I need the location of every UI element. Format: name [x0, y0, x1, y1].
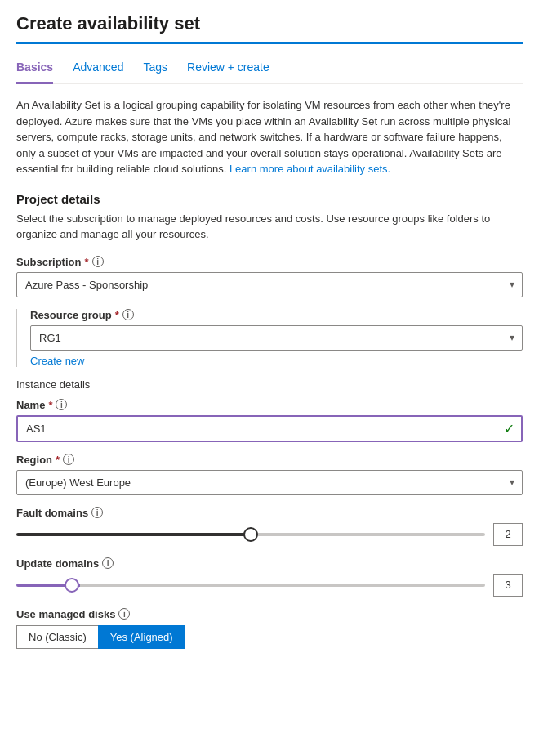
tab-advanced[interactable]: Advanced — [73, 54, 123, 84]
subscription-select-wrapper: Azure Pass - Sponsorship ▾ — [16, 272, 523, 297]
fault-domains-field-group: Fault domains i 2 — [16, 507, 523, 546]
region-label: Region * i — [16, 454, 523, 466]
resource-group-inner: Resource group * i RG1 ▾ Create new — [30, 309, 523, 367]
name-valid-icon: ✓ — [504, 421, 514, 436]
managed-disks-label: Use managed disks i — [16, 608, 523, 620]
resource-group-select[interactable]: RG1 — [30, 325, 523, 351]
region-field-group: Region * i (Europe) West Europe ▾ — [16, 454, 523, 495]
subscription-select[interactable]: Azure Pass - Sponsorship — [16, 272, 523, 297]
region-select[interactable]: (Europe) West Europe — [16, 470, 523, 495]
update-domains-slider-container: 3 — [16, 574, 523, 597]
managed-disks-info-icon[interactable]: i — [118, 608, 130, 620]
managed-disks-field-group: Use managed disks i No (Classic) Yes (Al… — [16, 608, 523, 649]
create-new-link[interactable]: Create new — [30, 355, 84, 367]
resource-group-select-wrapper: RG1 ▾ — [30, 325, 523, 351]
region-select-wrapper: (Europe) West Europe ▾ — [16, 470, 523, 495]
instance-details-label: Instance details — [16, 378, 523, 391]
name-label: Name * i — [16, 399, 523, 411]
resource-group-line-wrapper: Resource group * i RG1 ▾ Create new — [16, 309, 523, 367]
tab-basics[interactable]: Basics — [16, 54, 53, 84]
resource-group-label: Resource group * i — [30, 309, 523, 321]
name-required: * — [48, 399, 52, 411]
subscription-field-group: Subscription * i Azure Pass - Sponsorshi… — [16, 256, 523, 297]
name-field-group: Name * i ✓ — [16, 399, 523, 442]
tab-review-create[interactable]: Review + create — [187, 54, 270, 84]
description-text: An Availability Set is a logical groupin… — [16, 97, 523, 177]
resource-group-info-icon[interactable]: i — [122, 309, 134, 320]
subscription-label: Subscription * i — [16, 256, 523, 268]
update-domains-value: 3 — [493, 574, 523, 597]
fault-domains-slider-container: 2 — [16, 523, 523, 546]
fault-domains-slider[interactable] — [16, 533, 485, 536]
update-domains-field-group: Update domains i 3 — [16, 557, 523, 597]
subscription-required: * — [84, 256, 88, 268]
tab-tags[interactable]: Tags — [143, 54, 167, 84]
managed-disks-buttons: No (Classic) Yes (Aligned) — [16, 625, 523, 649]
update-domains-label: Update domains i — [16, 557, 523, 570]
page-title: Create availability set — [16, 13, 523, 44]
managed-disks-no-classic[interactable]: No (Classic) — [16, 625, 98, 649]
subscription-info-icon[interactable]: i — [92, 256, 104, 267]
learn-more-link[interactable]: Learn more about availability sets. — [229, 163, 390, 175]
fault-domains-value: 2 — [493, 523, 523, 546]
fault-domains-slider-wrapper — [16, 526, 485, 543]
project-details-title: Project details — [16, 192, 523, 206]
resource-group-vertical-line — [16, 309, 17, 367]
name-info-icon[interactable]: i — [56, 399, 67, 410]
region-info-icon[interactable]: i — [63, 454, 74, 465]
name-input[interactable] — [16, 415, 523, 442]
region-required: * — [56, 454, 60, 466]
resource-group-required: * — [115, 309, 119, 321]
update-domains-slider[interactable] — [16, 584, 485, 587]
name-input-wrapper: ✓ — [16, 415, 523, 442]
fault-domains-info-icon[interactable]: i — [91, 507, 103, 518]
update-domains-info-icon[interactable]: i — [102, 557, 114, 569]
managed-disks-yes-aligned[interactable]: Yes (Aligned) — [98, 625, 185, 649]
resource-group-field-group: Resource group * i RG1 ▾ Create new — [16, 309, 523, 367]
project-details-desc: Select the subscription to manage deploy… — [16, 211, 523, 243]
fault-domains-label: Fault domains i — [16, 507, 523, 519]
tab-bar: Basics Advanced Tags Review + create — [16, 54, 523, 84]
update-domains-slider-wrapper — [16, 577, 485, 593]
